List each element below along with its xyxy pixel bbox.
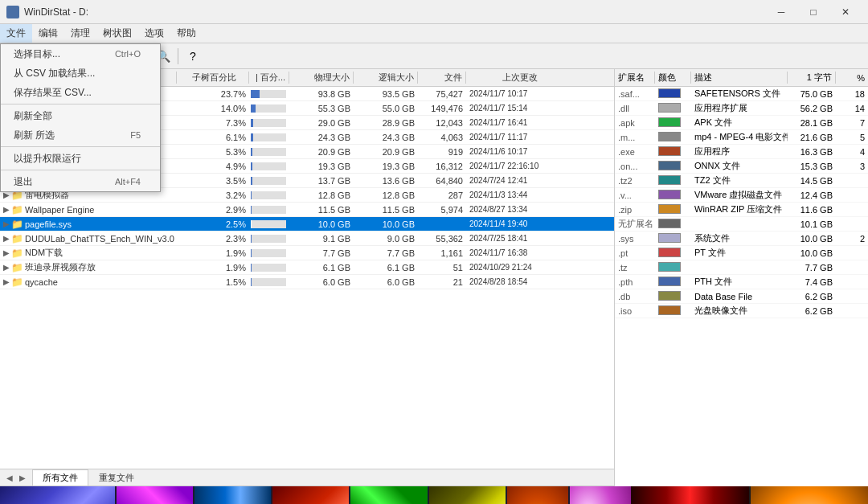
expand-icon[interactable]: ▶ <box>3 234 10 243</box>
menu-options[interactable]: 选项 <box>138 24 170 43</box>
right-table-row[interactable]: .tz2 TZ2 文件 14.5 GB <box>615 174 868 188</box>
right-row-ext: .zip <box>615 205 655 215</box>
right-header-size[interactable]: 1 字节 <box>788 72 836 84</box>
right-table-row[interactable]: .m... mp4 - MPEG-4 电影文件 21.6 GB 5 <box>615 130 868 145</box>
header-files[interactable]: 文件 <box>418 72 466 84</box>
row-files: 149,476 <box>418 104 466 113</box>
gallery-item[interactable] <box>350 486 427 504</box>
row-date: 2024/11/7 11:17 <box>466 133 571 141</box>
right-header-ext[interactable]: 扩展名 <box>615 72 655 84</box>
right-row-desc: APK 文件 <box>691 117 788 129</box>
expand-icon[interactable]: ▶ <box>3 248 10 257</box>
right-row-desc: Data Base File <box>691 292 788 301</box>
folder-icon: 📁 <box>11 262 23 273</box>
tab-prev-button[interactable]: ◀ <box>3 471 16 484</box>
row-date: 2024/7/24 12:41 <box>466 176 571 185</box>
menu-load-csv[interactable]: 从 CSV 加载结果... <box>1 64 160 83</box>
row-date: 2024/8/27 13:34 <box>466 205 571 214</box>
header-date[interactable]: 上次更改 <box>466 72 571 84</box>
row-logic: 93.5 GB <box>354 89 418 99</box>
right-table-row[interactable]: .saf... SAFETENSORS 文件 75.0 GB 18 <box>615 87 868 101</box>
table-row[interactable]: ▶ 📁 DUDULab_ChatTTS_Ench_WIN_v3.0 2.3% 9… <box>0 232 614 246</box>
folder-icon: 📁 <box>11 204 23 215</box>
menu-select-target[interactable]: 选择目标... Ctrl+O <box>1 44 160 64</box>
minimize-button[interactable]: ─ <box>765 0 797 24</box>
menu-exit[interactable]: 退出 Alt+F4 <box>1 172 160 191</box>
right-table-row[interactable]: .zip WinRAR ZIP 压缩文件 11.6 GB <box>615 203 868 217</box>
table-row[interactable]: ▶ 📁 Wallpaper Engine 2.9% 11.5 GB 11.5 G… <box>0 203 614 217</box>
right-row-desc: 应用程序 <box>691 145 788 158</box>
gallery-item[interactable] <box>631 486 749 504</box>
row-phys: 6.1 GB <box>289 263 354 272</box>
menu-tree[interactable]: 树状图 <box>96 24 138 43</box>
right-table-row[interactable]: 无扩展名 10.1 GB <box>615 217 868 232</box>
tab-duplicate-files[interactable]: 重复文件 <box>88 469 145 486</box>
header-logic[interactable]: 逻辑大小 <box>354 72 418 84</box>
gallery-item[interactable] <box>117 486 193 504</box>
expand-icon[interactable]: ▶ <box>3 277 10 286</box>
right-table-row[interactable]: .dll 应用程序扩展 56.2 GB 14 <box>615 101 868 116</box>
gallery-item[interactable] <box>429 486 506 504</box>
right-table-row[interactable]: .pt PT 文件 10.0 GB <box>615 246 868 260</box>
gallery-item[interactable] <box>272 486 349 504</box>
header-phys[interactable]: 物理大小 <box>289 72 354 84</box>
image-gallery-left <box>0 486 631 504</box>
table-row[interactable]: ▶ 📁 NDM下载 1.9% 7.7 GB 7.7 GB 1,161 2024/… <box>0 246 614 260</box>
gallery-item[interactable] <box>0 486 115 504</box>
menu-save-csv[interactable]: 保存结果至 CSV... <box>1 83 160 102</box>
menu-refresh-selected[interactable]: 刷新 所选 F5 <box>1 125 160 145</box>
header-bar[interactable]: | 百分... <box>249 72 289 84</box>
expand-icon[interactable]: ▶ <box>3 205 10 214</box>
menu-file[interactable]: 文件 <box>0 24 32 43</box>
right-table-row[interactable]: .v... VMware 虚拟磁盘文件 12.4 GB <box>615 188 868 203</box>
right-row-ext: .db <box>615 292 655 301</box>
header-subtree[interactable]: 子树百分比 <box>177 72 249 84</box>
right-row-ext: 无扩展名 <box>615 218 655 230</box>
right-header-pct[interactable]: % <box>836 73 868 83</box>
menu-run-elevated[interactable]: 以提升权限运行 <box>1 149 160 168</box>
right-table-row[interactable]: .tz 7.7 GB <box>615 260 868 275</box>
row-name: NDM下载 <box>25 247 63 259</box>
expand-icon[interactable]: ▶ <box>3 219 10 228</box>
right-panel: 扩展名 颜色 描述 1 字节 % .saf... SAFETENSORS 文件 … <box>615 69 868 486</box>
row-files: 12,043 <box>418 118 466 128</box>
right-table-row[interactable]: .exe 应用程序 16.3 GB 4 <box>615 145 868 159</box>
tab-next-button[interactable]: ▶ <box>16 471 29 484</box>
tab-all-files[interactable]: 所有文件 <box>32 469 88 486</box>
row-subtree: 1.9% <box>177 248 249 258</box>
toolbar-btn-help[interactable]: ? <box>182 47 203 66</box>
row-date: 2024/11/4 19:40 <box>466 219 571 228</box>
close-button[interactable]: ✕ <box>829 0 862 24</box>
right-row-ext: .pt <box>615 248 655 258</box>
right-header-color[interactable]: 颜色 <box>655 72 691 84</box>
gallery-item[interactable] <box>751 486 869 504</box>
menu-help[interactable]: 帮助 <box>170 24 203 43</box>
table-row[interactable]: ▶ 📁 qycache 1.5% 6.0 GB 6.0 GB 21 2024/8… <box>0 275 614 289</box>
gallery-item[interactable] <box>507 486 568 504</box>
right-table-row[interactable]: .sys 系统文件 10.0 GB 2 <box>615 232 868 246</box>
row-bar <box>249 177 289 185</box>
menu-clean[interactable]: 清理 <box>64 24 96 43</box>
maximize-button[interactable]: □ <box>797 0 829 24</box>
right-table-row[interactable]: .db Data Base File 6.2 GB <box>615 289 868 304</box>
row-subtree: 5.3% <box>177 147 249 157</box>
right-header-desc[interactable]: 描述 <box>691 72 788 84</box>
right-table-row[interactable]: .iso 光盘映像文件 6.2 GB <box>615 304 868 318</box>
right-row-color <box>655 146 691 158</box>
right-table-row[interactable]: .apk APK 文件 28.1 GB 7 <box>615 116 868 130</box>
gallery-item[interactable] <box>570 486 631 504</box>
right-row-desc: ONNX 文件 <box>691 160 788 172</box>
expand-icon[interactable]: ▶ <box>3 263 10 272</box>
right-table-row[interactable]: .pth PTH 文件 7.4 GB <box>615 275 868 289</box>
right-table-header: 扩展名 颜色 描述 1 字节 % <box>615 69 868 87</box>
menu-edit[interactable]: 编辑 <box>32 24 64 43</box>
right-row-size: 7.4 GB <box>788 277 836 287</box>
right-table-row[interactable]: .on... ONNX 文件 15.3 GB 3 <box>615 159 868 174</box>
table-row[interactable]: ▶ 📁 pagefile.sys 2.5% 10.0 GB 10.0 GB 20… <box>0 217 614 232</box>
row-bar <box>249 162 289 170</box>
gallery-item[interactable] <box>194 486 271 504</box>
row-subtree: 3.5% <box>177 176 249 186</box>
right-row-color <box>655 88 691 100</box>
menu-refresh-all[interactable]: 刷新全部 <box>1 106 160 125</box>
table-row[interactable]: ▶ 📁 班迪录屏视频存放 1.9% 6.1 GB 6.1 GB 51 2024/… <box>0 260 614 275</box>
